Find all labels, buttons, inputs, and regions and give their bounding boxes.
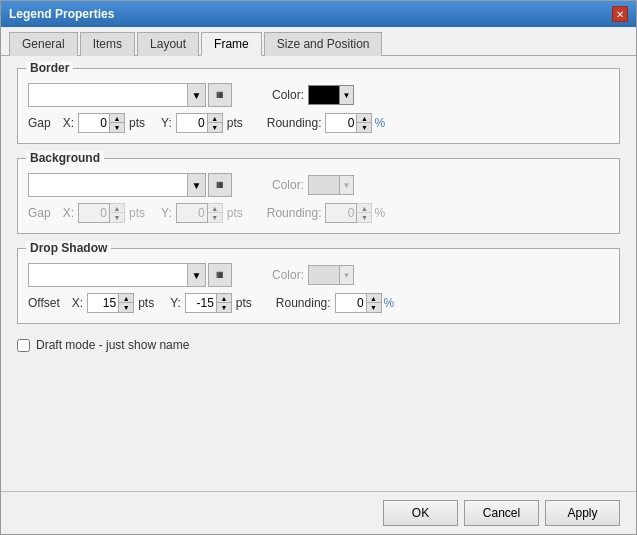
ok-button[interactable]: OK xyxy=(383,500,458,526)
drop-shadow-rounding-label: Rounding: xyxy=(276,296,331,310)
background-combo-dropdown-btn[interactable]: ▼ xyxy=(188,173,206,197)
background-x-spin-down: ▼ xyxy=(110,213,124,222)
close-button[interactable]: ✕ xyxy=(612,6,628,22)
border-rounding-spin-down[interactable]: ▼ xyxy=(357,123,371,132)
title-bar: Legend Properties ✕ xyxy=(1,1,636,27)
content-area: Border ▼ ▦ Color: ▼ xyxy=(1,56,636,491)
border-color-label: Color: xyxy=(272,88,304,102)
tab-layout[interactable]: Layout xyxy=(137,32,199,56)
drop-shadow-pts1: pts xyxy=(138,296,154,310)
tab-items[interactable]: Items xyxy=(80,32,135,56)
background-pts1: pts xyxy=(129,206,145,220)
background-color-label: Color: xyxy=(272,178,304,192)
background-pts2: pts xyxy=(227,206,243,220)
border-color-box: Color: ▼ xyxy=(272,85,354,105)
drop-shadow-combo-row: ▼ ▦ Color: ▼ xyxy=(28,263,609,287)
window-title: Legend Properties xyxy=(9,7,114,21)
drop-shadow-combo-box[interactable] xyxy=(28,263,188,287)
background-y-spin-btns: ▲ ▼ xyxy=(208,203,223,223)
footer: OK Cancel Apply xyxy=(1,491,636,534)
drop-shadow-rounding-spin-btns: ▲ ▼ xyxy=(367,293,382,313)
border-y-spin-btns: ▲ ▼ xyxy=(208,113,223,133)
background-rounding-input xyxy=(325,203,357,223)
background-y-spin-down: ▼ xyxy=(208,213,222,222)
tab-size-position[interactable]: Size and Position xyxy=(264,32,383,56)
border-y-input[interactable] xyxy=(176,113,208,133)
drop-shadow-combo-container: ▼ ▦ xyxy=(28,263,232,287)
drop-shadow-x-input[interactable] xyxy=(87,293,119,313)
drop-shadow-x-spinbox: ▲ ▼ xyxy=(87,293,134,313)
drop-shadow-pts2: pts xyxy=(236,296,252,310)
background-rounding-spin-btns: ▲ ▼ xyxy=(357,203,372,223)
background-y-input xyxy=(176,203,208,223)
drop-shadow-color-swatch xyxy=(308,265,340,285)
cancel-button[interactable]: Cancel xyxy=(464,500,539,526)
background-y-spinbox: ▲ ▼ xyxy=(176,203,223,223)
background-body: ▼ ▦ Color: ▼ Gap X: xyxy=(28,173,609,223)
legend-properties-window: Legend Properties ✕ General Items Layout… xyxy=(0,0,637,535)
background-title: Background xyxy=(26,151,104,165)
border-color-swatch[interactable] xyxy=(308,85,340,105)
border-title: Border xyxy=(26,61,73,75)
background-y-spin-up: ▲ xyxy=(208,204,222,213)
background-pct: % xyxy=(374,206,385,220)
drop-shadow-y-input[interactable] xyxy=(185,293,217,313)
drop-shadow-rounding-spin-up[interactable]: ▲ xyxy=(367,294,381,303)
border-pct: % xyxy=(374,116,385,130)
drop-shadow-color-box: Color: ▼ xyxy=(272,265,354,285)
drop-shadow-rounding-input[interactable] xyxy=(335,293,367,313)
drop-shadow-icon-btn[interactable]: ▦ xyxy=(208,263,232,287)
background-x-spinbox: ▲ ▼ xyxy=(78,203,125,223)
drop-shadow-y-spin-btns: ▲ ▼ xyxy=(217,293,232,313)
drop-shadow-y-spin-down[interactable]: ▼ xyxy=(217,303,231,312)
border-gap-label: Gap xyxy=(28,116,51,130)
background-icon-btn[interactable]: ▦ xyxy=(208,173,232,197)
border-y-label: Y: xyxy=(161,116,172,130)
background-y-label: Y: xyxy=(161,206,172,220)
border-rounding-spin-btns: ▲ ▼ xyxy=(357,113,372,133)
border-x-spin-down[interactable]: ▼ xyxy=(110,123,124,132)
border-x-input[interactable] xyxy=(78,113,110,133)
border-section: Border ▼ ▦ Color: ▼ xyxy=(17,68,620,144)
border-rounding-spinbox: ▲ ▼ xyxy=(325,113,372,133)
drop-shadow-color-label: Color: xyxy=(272,268,304,282)
border-y-spinbox: ▲ ▼ xyxy=(176,113,223,133)
border-rounding-input[interactable] xyxy=(325,113,357,133)
background-rounding-spinbox: ▲ ▼ xyxy=(325,203,372,223)
background-combo-box[interactable] xyxy=(28,173,188,197)
tabs-bar: General Items Layout Frame Size and Posi… xyxy=(1,27,636,56)
border-x-label: X: xyxy=(63,116,74,130)
border-y-spin-up[interactable]: ▲ xyxy=(208,114,222,123)
drop-shadow-color-dropdown-btn: ▼ xyxy=(340,265,354,285)
drop-shadow-x-label: X: xyxy=(72,296,83,310)
background-combo-container: ▼ ▦ xyxy=(28,173,232,197)
border-x-spin-up[interactable]: ▲ xyxy=(110,114,124,123)
drop-shadow-combo-dropdown-btn[interactable]: ▼ xyxy=(188,263,206,287)
border-combo-dropdown-btn[interactable]: ▼ xyxy=(188,83,206,107)
drop-shadow-body: ▼ ▦ Color: ▼ Offset X: xyxy=(28,263,609,313)
background-color-box: Color: ▼ xyxy=(272,175,354,195)
border-rounding-spin-up[interactable]: ▲ xyxy=(357,114,371,123)
drop-shadow-offset-label: Offset xyxy=(28,296,60,310)
drop-shadow-y-spinbox: ▲ ▼ xyxy=(185,293,232,313)
drop-shadow-pct: % xyxy=(384,296,395,310)
border-icon-btn[interactable]: ▦ xyxy=(208,83,232,107)
drop-shadow-y-spin-up[interactable]: ▲ xyxy=(217,294,231,303)
border-combo-box[interactable] xyxy=(28,83,188,107)
border-color-dropdown-btn[interactable]: ▼ xyxy=(340,85,354,105)
drop-shadow-rounding-spin-down[interactable]: ▼ xyxy=(367,303,381,312)
drop-shadow-offset-row: Offset X: ▲ ▼ pts Y: ▲ xyxy=(28,293,609,313)
tab-general[interactable]: General xyxy=(9,32,78,56)
tab-frame[interactable]: Frame xyxy=(201,32,262,56)
drop-shadow-x-spin-up[interactable]: ▲ xyxy=(119,294,133,303)
draft-mode-checkbox[interactable] xyxy=(17,339,30,352)
border-y-spin-down[interactable]: ▼ xyxy=(208,123,222,132)
drop-shadow-x-spin-down[interactable]: ▼ xyxy=(119,303,133,312)
border-pts2: pts xyxy=(227,116,243,130)
background-rounding-label: Rounding: xyxy=(267,206,322,220)
drop-shadow-section: Drop Shadow ▼ ▦ Color: ▼ xyxy=(17,248,620,324)
drop-shadow-title: Drop Shadow xyxy=(26,241,111,255)
background-combo-row: ▼ ▦ Color: ▼ xyxy=(28,173,609,197)
border-x-spin-btns: ▲ ▼ xyxy=(110,113,125,133)
apply-button[interactable]: Apply xyxy=(545,500,620,526)
